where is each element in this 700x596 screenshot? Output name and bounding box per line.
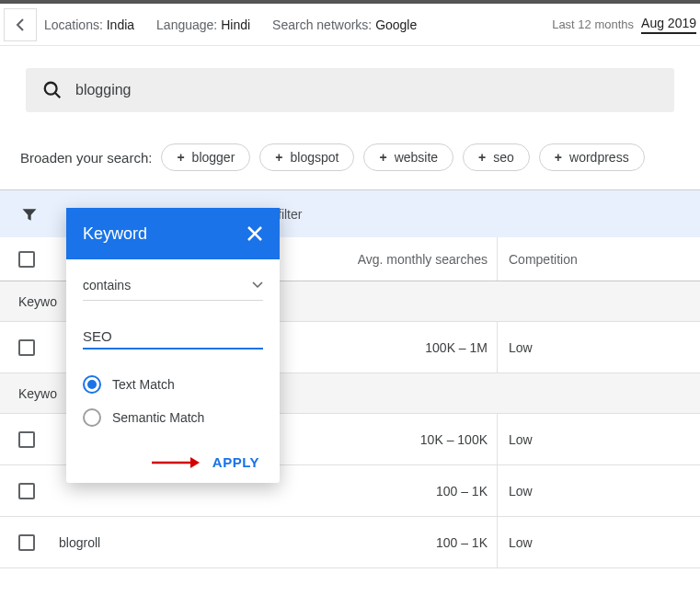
broaden-chip-wordpress[interactable]: +wordpress bbox=[539, 143, 645, 171]
filter-icon[interactable] bbox=[20, 205, 39, 224]
radio-semantic-match[interactable]: Semantic Match bbox=[83, 408, 263, 427]
broaden-chip-website[interactable]: +website bbox=[363, 143, 453, 171]
locations-filter[interactable]: Locations: India bbox=[44, 17, 134, 32]
broaden-search-row: Broaden your search: +blogger+blogspot+w… bbox=[0, 129, 700, 189]
competition-cell: Low bbox=[497, 322, 635, 372]
language-value: Hindi bbox=[221, 17, 250, 32]
select-all-checkbox[interactable] bbox=[18, 251, 35, 268]
broaden-chip-blogspot[interactable]: +blogspot bbox=[259, 143, 354, 171]
radio-icon bbox=[83, 408, 101, 427]
language-label: Language: bbox=[156, 17, 217, 32]
chevron-down-icon bbox=[252, 281, 263, 289]
plus-icon: + bbox=[555, 150, 562, 165]
svg-point-0 bbox=[45, 83, 57, 95]
chip-label: website bbox=[395, 150, 438, 165]
plus-icon: + bbox=[379, 150, 386, 165]
radio-label: Semantic Match bbox=[112, 410, 204, 425]
keyword-search-input[interactable]: blogging bbox=[26, 68, 674, 112]
search-icon bbox=[42, 80, 63, 100]
table-row: blogroll 100 – 1K Low bbox=[0, 517, 700, 568]
searches-cell: 10K – 100K bbox=[326, 432, 497, 447]
radio-text-match[interactable]: Text Match bbox=[83, 375, 263, 394]
networks-label: Search networks: bbox=[272, 17, 372, 32]
networks-value: Google bbox=[375, 17, 417, 32]
match-type-dropdown[interactable]: contains bbox=[83, 272, 263, 301]
date-label: Last 12 months bbox=[552, 17, 634, 31]
competition-cell: Low bbox=[497, 465, 635, 516]
broaden-chip-seo[interactable]: +seo bbox=[463, 143, 530, 171]
svg-line-1 bbox=[55, 93, 61, 98]
keyword-filter-popover: Keyword contains Text Match Semantic Mat… bbox=[66, 208, 280, 483]
radio-label: Text Match bbox=[112, 377, 175, 392]
broaden-chip-blogger[interactable]: +blogger bbox=[161, 143, 250, 171]
search-value: blogging bbox=[75, 82, 132, 98]
networks-filter[interactable]: Search networks: Google bbox=[272, 17, 417, 32]
competition-cell: Low bbox=[497, 414, 635, 464]
chevron-left-icon bbox=[16, 18, 25, 31]
searches-cell: 100 – 1K bbox=[326, 535, 497, 550]
locations-value: India bbox=[107, 17, 134, 32]
locations-label: Locations: bbox=[44, 17, 103, 32]
row-checkbox[interactable] bbox=[18, 483, 35, 499]
keyword-cell: blogroll bbox=[59, 535, 326, 550]
searches-cell: 100K – 1M bbox=[326, 340, 497, 355]
plus-icon: + bbox=[478, 150, 486, 165]
chip-label: blogspot bbox=[291, 150, 339, 165]
annotation-arrow-icon bbox=[150, 455, 201, 470]
row-checkbox[interactable] bbox=[18, 339, 35, 356]
column-searches[interactable]: Avg. monthly searches bbox=[326, 252, 497, 267]
plus-icon: + bbox=[275, 150, 282, 165]
close-icon[interactable] bbox=[247, 225, 263, 242]
popover-title: Keyword bbox=[83, 224, 147, 244]
back-button[interactable] bbox=[4, 8, 37, 41]
breadcrumb-bar: Locations: India Language: Hindi Search … bbox=[0, 4, 700, 46]
radio-icon bbox=[83, 375, 101, 394]
chip-label: blogger bbox=[192, 150, 235, 165]
filter-text-input[interactable] bbox=[83, 325, 263, 350]
add-filter-text[interactable]: filter bbox=[278, 207, 302, 222]
date-range[interactable]: Aug 2019 bbox=[641, 16, 696, 34]
row-checkbox[interactable] bbox=[18, 534, 35, 551]
column-competition[interactable]: Competition bbox=[497, 237, 635, 281]
apply-button[interactable]: APPLY bbox=[212, 454, 259, 470]
competition-cell: Low bbox=[497, 517, 635, 567]
plus-icon: + bbox=[177, 150, 184, 165]
chip-label: wordpress bbox=[569, 150, 629, 165]
dropdown-value: contains bbox=[83, 278, 131, 292]
broaden-label: Broaden your search: bbox=[20, 150, 152, 166]
searches-cell: 100 – 1K bbox=[326, 484, 497, 499]
chip-label: seo bbox=[493, 150, 514, 165]
language-filter[interactable]: Language: Hindi bbox=[156, 17, 250, 32]
row-checkbox[interactable] bbox=[18, 431, 35, 448]
